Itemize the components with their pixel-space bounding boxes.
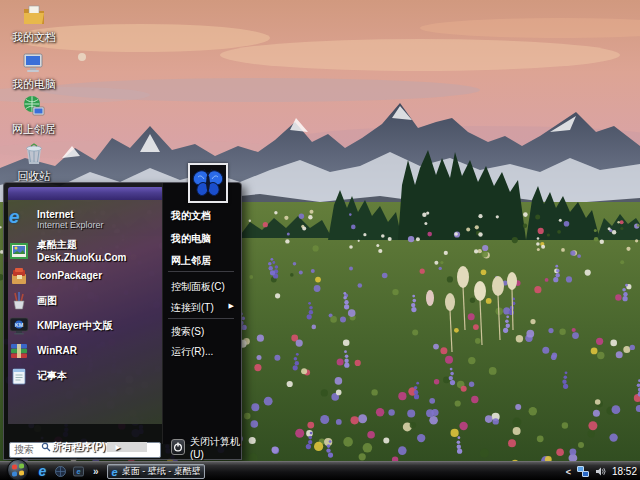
start-menu-item-label: IconPackager bbox=[37, 270, 102, 281]
tray-collapse-chevron[interactable]: < bbox=[566, 467, 571, 477]
network-tray-icon[interactable] bbox=[577, 466, 589, 477]
desktop-icon-recycle-bin[interactable]: 回收站 bbox=[2, 142, 66, 184]
my-documents-icon bbox=[22, 3, 46, 27]
start-menu-item-control-panel[interactable]: 控制面板(C) bbox=[171, 280, 237, 294]
all-programs-arrow-icon: ▸ bbox=[115, 442, 120, 452]
quicklaunch-show-desktop-icon[interactable] bbox=[54, 465, 67, 478]
start-menu-item-label: KMPlayer中文版 bbox=[37, 319, 113, 333]
menu-separator bbox=[168, 318, 234, 319]
butterfly-icon bbox=[190, 165, 226, 201]
start-menu-item-zhuoku-theme[interactable]: 桌酷主题Desk.ZhuoKu.Com bbox=[4, 238, 160, 263]
kmplayer-icon: KM bbox=[9, 316, 29, 336]
desktop-icon-label: 我的电脑 bbox=[12, 78, 56, 90]
desktop-icon-label: 回收站 bbox=[18, 170, 51, 182]
start-menu: e Internet Internet Explorer 桌酷主题Desk.Zh… bbox=[3, 182, 242, 460]
quicklaunch-overflow-chevron[interactable]: » bbox=[93, 466, 99, 477]
start-menu-item-iconpackager[interactable]: IconPackager bbox=[4, 263, 160, 288]
start-menu-item-my-computer[interactable]: 我的电脑 bbox=[171, 232, 237, 246]
iconpackager-icon bbox=[9, 266, 29, 286]
paint-icon bbox=[9, 291, 29, 311]
quicklaunch-browser-icon[interactable]: e bbox=[72, 465, 85, 478]
volume-tray-icon[interactable] bbox=[595, 466, 606, 477]
power-icon bbox=[173, 442, 183, 452]
quicklaunch-internet-explorer-icon[interactable]: e bbox=[36, 465, 49, 478]
shutdown-button[interactable] bbox=[171, 439, 185, 455]
desktop[interactable]: 我的文档 我的电脑 网上邻居 回收站 bbox=[0, 0, 640, 480]
my-computer-icon bbox=[22, 50, 46, 74]
start-menu-item-sublabel: Internet Explorer bbox=[37, 220, 104, 230]
svg-text:e: e bbox=[76, 467, 80, 476]
network-places-icon bbox=[22, 95, 46, 119]
start-menu-item-paint[interactable]: 画图 bbox=[4, 288, 160, 313]
start-menu-item-label: WinRAR bbox=[37, 345, 77, 356]
taskbar-clock[interactable]: 18:52 bbox=[612, 466, 637, 477]
start-menu-item-notepad[interactable]: 记事本 bbox=[4, 363, 160, 388]
start-menu-item-label: 桌酷主题Desk.ZhuoKu.Com bbox=[37, 238, 160, 263]
start-menu-item-label: Internet bbox=[37, 209, 104, 220]
theme-picture-icon bbox=[9, 241, 29, 261]
quick-launch-bar: e e » bbox=[36, 465, 99, 478]
menu-separator bbox=[168, 271, 234, 272]
desktop-icon-my-computer[interactable]: 我的电脑 bbox=[2, 50, 66, 92]
start-button[interactable] bbox=[7, 459, 29, 480]
start-menu-item-connect-to[interactable]: 连接到(T) ▶ bbox=[171, 301, 237, 315]
desktop-icon-my-documents[interactable]: 我的文档 bbox=[2, 3, 66, 45]
moon bbox=[78, 53, 86, 61]
start-menu-banner bbox=[8, 187, 164, 200]
desktop-icon-network-places[interactable]: 网上邻居 bbox=[2, 95, 66, 137]
start-menu-item-kmplayer[interactable]: KM KMPlayer中文版 bbox=[4, 313, 160, 338]
start-menu-places-list: 我的文档 我的电脑 网上邻居 控制面板(C) 连接到(T) ▶ 搜索(S) 运行… bbox=[162, 183, 241, 444]
desktop-icon-label: 我的文档 bbox=[12, 31, 56, 43]
start-menu-item-label: 画图 bbox=[37, 294, 57, 308]
start-menu-item-label: 记事本 bbox=[37, 369, 67, 383]
all-programs-label: 所有程序(P) bbox=[52, 440, 105, 454]
ie-window-icon: e bbox=[112, 462, 118, 480]
connect-to-label: 连接到(T) bbox=[171, 302, 214, 313]
notepad-icon bbox=[9, 366, 29, 386]
start-menu-item-network-places[interactable]: 网上邻居 bbox=[171, 254, 237, 268]
internet-explorer-icon: e bbox=[9, 209, 29, 229]
desktop-icon-label: 网上邻居 bbox=[12, 123, 56, 135]
system-tray: < 18:52 bbox=[566, 462, 637, 480]
all-programs-button[interactable]: 所有程序(P) ▸ bbox=[8, 439, 164, 455]
taskbar: e e » e 桌面 - 壁纸 - 桌酷壁... < 18:52 bbox=[0, 461, 640, 480]
winrar-icon bbox=[9, 341, 29, 361]
windows-logo-icon bbox=[12, 463, 24, 477]
taskbar-window-title: 桌面 - 壁纸 - 桌酷壁... bbox=[122, 465, 200, 478]
start-menu-item-winrar[interactable]: WinRAR bbox=[4, 338, 160, 363]
taskbar-window-button[interactable]: e 桌面 - 壁纸 - 桌酷壁... bbox=[107, 464, 205, 479]
recycle-bin-icon bbox=[22, 142, 46, 166]
user-avatar[interactable] bbox=[188, 163, 228, 203]
start-menu-item-run[interactable]: 运行(R)... bbox=[171, 345, 237, 359]
submenu-arrow-icon: ▶ bbox=[229, 302, 234, 310]
svg-text:KM: KM bbox=[15, 322, 24, 328]
shutdown-label[interactable]: 关闭计算机(U) bbox=[190, 435, 241, 460]
start-menu-item-search[interactable]: 搜索(S) bbox=[171, 325, 237, 339]
start-menu-item-internet[interactable]: e Internet Internet Explorer bbox=[4, 204, 160, 234]
start-menu-item-my-documents[interactable]: 我的文档 bbox=[171, 209, 237, 223]
